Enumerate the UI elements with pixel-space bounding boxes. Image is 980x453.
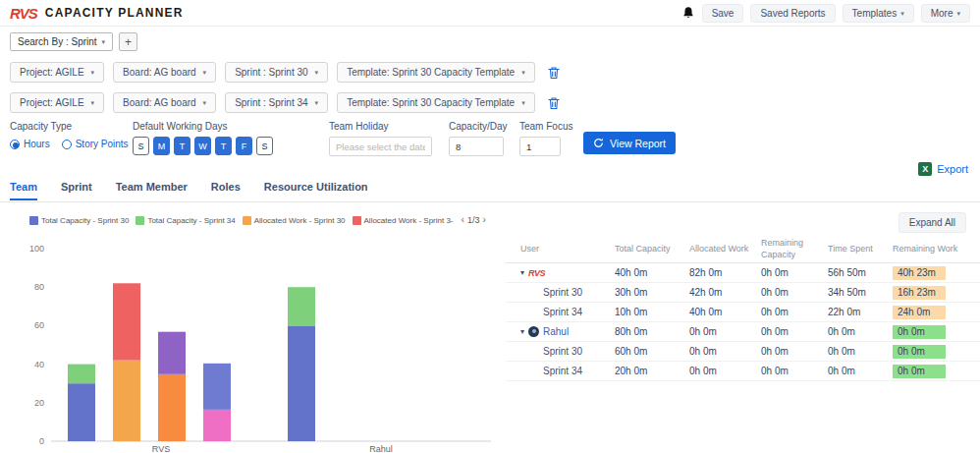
chevron-down-icon: ▾	[203, 69, 207, 76]
legend-prev-icon[interactable]: ‹	[462, 215, 464, 225]
time-spent-cell: 34h 50m	[825, 285, 890, 300]
notification-icon[interactable]	[681, 6, 695, 20]
day-button-sat[interactable]: S	[256, 137, 273, 155]
excel-icon: X	[918, 162, 932, 176]
legend-pager: ‹ 1/3 ›	[462, 215, 486, 225]
export-link[interactable]: X Export	[918, 162, 968, 176]
tab-team-member[interactable]: Team Member	[116, 181, 188, 200]
rvs-user-icon: RVS	[528, 268, 545, 278]
legend-swatch	[29, 216, 38, 225]
legend-label: Allocated Work - Sprint 30	[254, 216, 346, 225]
hours-radio-label: Hours	[24, 139, 50, 149]
table-row-user-rvs: ▾ RVS 40h 0m 82h 0m 0h 0m 56h 50m 40h 23…	[506, 263, 980, 283]
legend-item[interactable]: Allocated Work - Sprint 30	[243, 216, 346, 225]
chevron-down-icon: ▾	[102, 38, 106, 45]
user-cell: ▾ Rahul	[517, 324, 612, 339]
search-by-dropdown[interactable]: Search By : Sprint ▾	[10, 32, 113, 51]
view-report-button[interactable]: View Report	[583, 132, 676, 154]
project-select[interactable]: Project: AGILE▾	[10, 92, 104, 113]
sprint-cell: Sprint 30	[517, 285, 612, 300]
templates-button[interactable]: Templates▾	[843, 4, 914, 23]
team-focus-label: Team Focus	[519, 121, 572, 132]
tab-resource-utilization[interactable]: Resource Utilization	[264, 181, 368, 200]
board-select-value: Board: AG board	[123, 67, 196, 78]
rvs-logo: RVS	[10, 5, 37, 22]
legend-item[interactable]: Allocated Work - Sprint 3-	[353, 216, 454, 225]
story-points-radio-label: Story Points	[76, 139, 129, 149]
delete-filter-row-button[interactable]	[548, 96, 560, 110]
day-button-sun[interactable]: S	[133, 137, 149, 155]
allocated-work-cell: 40h 0m	[686, 305, 758, 319]
saved-reports-button[interactable]: Saved Reports	[750, 4, 835, 23]
capacity-table: User Total Capacity Allocated Work Remai…	[506, 236, 980, 381]
sprint-cell: Sprint 34	[517, 364, 612, 378]
day-button-fri[interactable]: F	[236, 137, 252, 155]
sprint-cell: Sprint 30	[517, 344, 612, 359]
team-holiday-input[interactable]	[329, 137, 432, 156]
legend-item[interactable]: Total Capacity - Sprint 34	[136, 216, 235, 225]
day-button-thu[interactable]: T	[215, 137, 232, 155]
board-select[interactable]: Board: AG board▾	[113, 92, 216, 113]
sprint-select[interactable]: Sprint : Sprint 34▾	[225, 92, 328, 113]
total-capacity-cell: 30h 0m	[612, 285, 686, 300]
remaining-work-cell: 0h 0m	[890, 323, 980, 341]
project-select-value: Project: AGILE	[20, 97, 84, 108]
total-capacity-cell: 20h 0m	[612, 364, 686, 378]
chevron-down-icon: ▾	[315, 69, 319, 76]
saved-reports-label: Saved Reports	[760, 8, 825, 19]
remaining-capacity-cell: 0h 0m	[758, 364, 825, 378]
template-select[interactable]: Template: Sprint 30 Capacity Template▾	[337, 62, 535, 83]
story-points-radio[interactable]: Story Points	[62, 139, 129, 149]
collapse-caret-icon[interactable]: ▾	[520, 268, 524, 277]
add-filter-row-button[interactable]: +	[119, 32, 137, 51]
time-spent-cell: 0h 0m	[825, 344, 890, 359]
hours-radio[interactable]: Hours	[10, 139, 50, 149]
capacity-per-day-input[interactable]	[449, 137, 504, 156]
more-button[interactable]: More▾	[921, 4, 970, 23]
svg-text:Rahul: Rahul	[369, 444, 393, 452]
collapse-caret-icon[interactable]: ▾	[520, 327, 524, 336]
day-button-mon[interactable]: M	[153, 137, 170, 155]
legend-label: Total Capacity - Sprint 34	[147, 216, 235, 225]
working-days-label: Default Working Days	[133, 121, 273, 132]
view-report-label: View Report	[610, 138, 666, 149]
tab-roles[interactable]: Roles	[211, 181, 241, 200]
legend-label: Allocated Work - Sprint 3-	[364, 216, 454, 225]
remaining-capacity-cell: 0h 0m	[758, 344, 825, 359]
board-select[interactable]: Board: AG board▾	[113, 62, 216, 83]
template-select[interactable]: Template: Sprint 30 Capacity Template▾	[337, 92, 535, 113]
legend-next-icon[interactable]: ›	[482, 215, 485, 225]
expand-all-button[interactable]: Expand All	[898, 212, 966, 233]
chevron-down-icon: ▾	[91, 99, 95, 106]
refresh-icon	[593, 138, 604, 148]
team-focus-input[interactable]	[519, 137, 561, 156]
remaining-work-badge: 0h 0m	[893, 365, 946, 378]
remaining-work-badge: 24h 0m	[893, 306, 946, 319]
remaining-work-cell: 0h 0m	[890, 363, 980, 380]
svg-text:0: 0	[39, 436, 44, 446]
chevron-down-icon: ▾	[521, 69, 525, 76]
total-capacity-cell: 80h 0m	[612, 324, 686, 339]
delete-filter-row-button[interactable]	[548, 66, 560, 80]
tab-team[interactable]: Team	[10, 181, 37, 200]
day-button-wed[interactable]: W	[194, 137, 211, 155]
board-select-value: Board: AG board	[123, 97, 196, 108]
legend-swatch	[243, 216, 251, 225]
table-row-sprint: Sprint 30 30h 0m 42h 0m 0h 0m 34h 50m 16…	[506, 283, 980, 303]
top-bar: RVS Capacity Planner Save Saved Reports …	[0, 0, 980, 27]
day-button-tue[interactable]: T	[174, 137, 191, 155]
remaining-work-badge: 0h 0m	[893, 325, 946, 339]
save-button[interactable]: Save	[702, 4, 744, 23]
allocated-work-cell: 0h 0m	[686, 344, 758, 359]
chevron-down-icon: ▾	[203, 99, 207, 106]
project-select[interactable]: Project: AGILE▾	[10, 62, 104, 83]
template-select-value: Template: Sprint 30 Capacity Template	[347, 97, 515, 108]
tab-sprint[interactable]: Sprint	[61, 181, 92, 200]
remaining-work-badge: 16h 23m	[893, 286, 946, 300]
svg-text:80: 80	[34, 282, 44, 292]
sprint-select[interactable]: Sprint : Sprint 30▾	[225, 62, 328, 83]
svg-text:RVS: RVS	[152, 444, 170, 452]
chart-legend: Total Capacity - Sprint 30 Total Capacit…	[29, 215, 486, 225]
legend-item[interactable]: Total Capacity - Sprint 30	[29, 216, 129, 225]
user-name[interactable]: Rahul	[543, 326, 569, 337]
